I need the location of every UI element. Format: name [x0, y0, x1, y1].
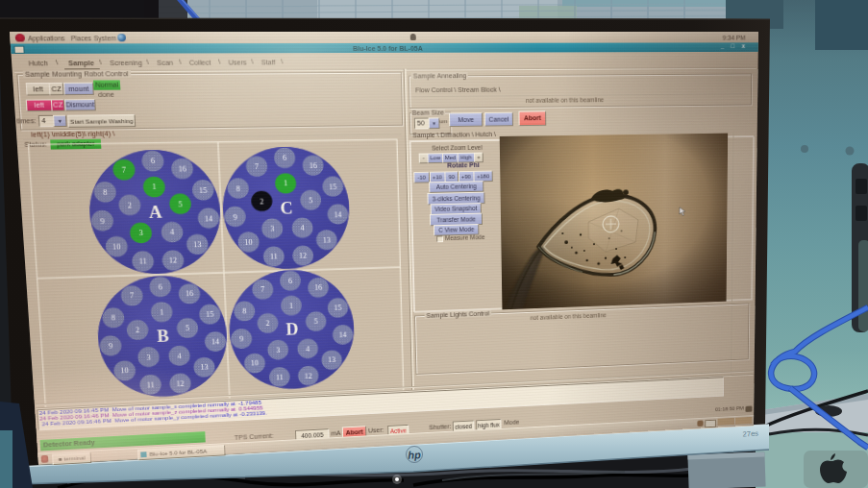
svg-text:12: 12 — [299, 252, 307, 260]
svg-text:8: 8 — [242, 307, 246, 316]
svg-text:16: 16 — [314, 283, 323, 292]
svg-text:3: 3 — [146, 353, 151, 361]
svg-text:C: C — [280, 199, 293, 217]
svg-text:14: 14 — [211, 337, 220, 346]
svg-text:B: B — [157, 328, 169, 346]
svg-text:13: 13 — [193, 240, 202, 249]
svg-text:3: 3 — [138, 229, 143, 237]
svg-text:16: 16 — [178, 164, 186, 173]
svg-text:11: 11 — [146, 380, 154, 389]
svg-text:15: 15 — [206, 310, 214, 319]
svg-text:12: 12 — [176, 379, 185, 388]
svg-text:A: A — [148, 203, 162, 222]
svg-text:8: 8 — [112, 313, 116, 322]
svg-text:14: 14 — [205, 214, 213, 223]
svg-text:12: 12 — [169, 256, 178, 265]
svg-text:hp: hp — [408, 449, 421, 461]
svg-text:2: 2 — [128, 201, 133, 209]
svg-text:1: 1 — [284, 180, 287, 188]
svg-text:14: 14 — [339, 330, 348, 339]
svg-text:10: 10 — [120, 366, 129, 375]
svg-text:27es: 27es — [742, 429, 758, 439]
svg-text:13: 13 — [328, 355, 335, 364]
svg-text:3: 3 — [270, 225, 274, 233]
svg-text:2: 2 — [260, 197, 263, 206]
svg-text:2: 2 — [265, 319, 269, 328]
svg-text:2: 2 — [136, 326, 140, 334]
svg-text:3: 3 — [276, 346, 280, 354]
svg-text:11: 11 — [138, 256, 147, 265]
svg-text:1: 1 — [152, 183, 157, 191]
svg-text:5: 5 — [178, 200, 183, 208]
svg-text:11: 11 — [270, 253, 278, 261]
svg-text:11: 11 — [276, 373, 284, 381]
svg-text:1: 1 — [160, 307, 164, 316]
svg-text:5: 5 — [314, 317, 318, 326]
svg-text:9: 9 — [239, 334, 243, 343]
svg-text:12: 12 — [305, 372, 312, 380]
svg-text:10: 10 — [112, 242, 121, 251]
svg-text:9: 9 — [100, 216, 105, 225]
svg-text:9: 9 — [233, 212, 236, 221]
svg-text:15: 15 — [334, 304, 341, 312]
svg-text:1: 1 — [289, 302, 293, 310]
svg-text:5: 5 — [309, 196, 312, 205]
svg-text:13: 13 — [323, 235, 331, 244]
svg-text:10: 10 — [244, 237, 252, 246]
svg-text:10: 10 — [251, 359, 259, 368]
svg-text:16: 16 — [309, 161, 317, 170]
svg-text:9: 9 — [109, 342, 113, 351]
svg-text:14: 14 — [334, 210, 342, 219]
svg-text:D: D — [285, 321, 299, 339]
svg-text:15: 15 — [199, 185, 208, 194]
svg-text:16: 16 — [186, 289, 194, 298]
svg-text:13: 13 — [200, 363, 209, 372]
svg-text:15: 15 — [329, 183, 336, 191]
svg-text:5: 5 — [186, 324, 190, 332]
svg-text:8: 8 — [236, 184, 240, 193]
svg-text:8: 8 — [103, 187, 108, 196]
